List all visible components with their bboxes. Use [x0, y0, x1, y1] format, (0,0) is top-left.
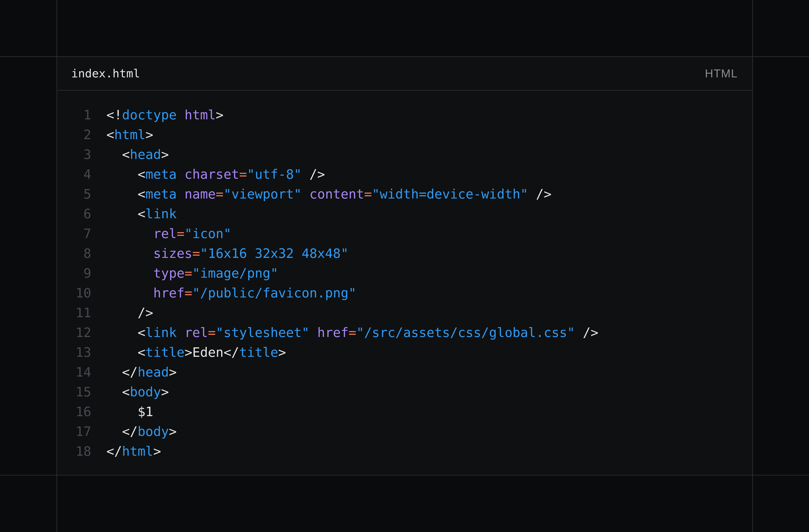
code-line: 6 <link: [57, 204, 752, 224]
line-number: 1: [57, 105, 91, 125]
code-token: [177, 325, 185, 340]
code-token: "width=device-width": [372, 186, 528, 202]
line-number: 17: [57, 422, 91, 442]
code-line: 14 </head>: [57, 362, 752, 382]
code-token: "/src/assets/css/global.css": [356, 325, 575, 340]
code-token: >: [278, 345, 286, 360]
line-number: 12: [57, 323, 91, 343]
code-token: head: [138, 364, 169, 380]
code-line: 16 $1: [57, 402, 752, 422]
code-text: <head>: [106, 145, 169, 165]
line-number: 9: [57, 263, 91, 283]
code-token: =: [216, 186, 224, 202]
code-text: <html>: [106, 125, 153, 145]
code-line: 10 href="/public/favicon.png": [57, 283, 752, 303]
code-token: </: [106, 424, 138, 439]
code-text: <meta name="viewport" content="width=dev…: [106, 184, 552, 204]
code-token: charset: [185, 167, 239, 182]
code-line: 5 <meta name="viewport" content="width=d…: [57, 184, 752, 204]
file-name: index.html: [71, 67, 140, 80]
code-token: body: [138, 424, 169, 439]
code-text: sizes="16x16 32x32 48x48": [106, 244, 348, 263]
code-token: "stylesheet": [216, 325, 309, 340]
line-number: 14: [57, 362, 91, 382]
code-token: <: [106, 127, 114, 142]
code-token: $1: [106, 404, 153, 419]
code-token: name: [185, 186, 216, 202]
code-line: 7 rel="icon": [57, 224, 752, 244]
code-line: 1<!doctype html>: [57, 105, 752, 125]
code-token: [302, 186, 310, 202]
code-line: 18</html>: [57, 442, 752, 461]
code-token: >: [216, 107, 224, 122]
code-token: >: [169, 424, 177, 439]
code-line: 2<html>: [57, 125, 752, 145]
code-token: [177, 186, 185, 202]
code-token: =: [348, 325, 356, 340]
code-line: 11 />: [57, 303, 752, 323]
code-token: content: [310, 186, 364, 202]
code-line: 8 sizes="16x16 32x32 48x48": [57, 244, 752, 263]
code-token: rel: [153, 226, 177, 241]
line-number: 4: [57, 165, 91, 184]
code-token: title: [239, 345, 278, 360]
code-token: "16x16 32x32 48x48": [200, 246, 348, 261]
code-token: >: [145, 127, 153, 142]
code-line: 9 type="image/png": [57, 263, 752, 283]
line-number: 16: [57, 402, 91, 422]
code-token: href: [317, 325, 348, 340]
code-token: doctype: [122, 107, 177, 122]
line-number: 2: [57, 125, 91, 145]
code-card: index.html HTML 1<!doctype html>2<html>3…: [57, 57, 752, 475]
code-token: />: [528, 186, 552, 202]
code-token: <!: [106, 107, 122, 122]
code-token: "utf-8": [247, 167, 302, 182]
code-token: body: [130, 384, 161, 399]
line-number: 18: [57, 442, 91, 461]
code-text: <link: [106, 204, 177, 224]
code-token: >: [169, 364, 177, 380]
line-number: 15: [57, 382, 91, 402]
code-token: <: [106, 384, 130, 399]
code-token: [106, 265, 153, 281]
code-line: 3 <head>: [57, 145, 752, 165]
line-number: 11: [57, 303, 91, 323]
code-token: Eden: [192, 345, 224, 360]
code-token: html: [122, 444, 153, 459]
code-token: "icon": [185, 226, 231, 241]
code-line: 13 <title>Eden</title>: [57, 343, 752, 362]
code-token: =: [185, 285, 192, 301]
line-number: 10: [57, 283, 91, 303]
code-token: />: [106, 305, 153, 320]
code-text: href="/public/favicon.png": [106, 283, 356, 303]
code-token: >: [153, 444, 161, 459]
code-token: html: [114, 127, 145, 142]
code-token: head: [130, 147, 161, 162]
code-text: <link rel="stylesheet" href="/src/assets…: [106, 323, 598, 343]
code-token: [177, 167, 185, 182]
code-token: </: [106, 444, 122, 459]
grid-vertical-line-right: [752, 0, 753, 532]
line-number: 6: [57, 204, 91, 224]
code-editor[interactable]: 1<!doctype html>2<html>3 <head>4 <meta c…: [57, 90, 752, 461]
code-token: >: [185, 345, 192, 360]
code-token: html: [177, 107, 216, 122]
code-line: 17 </body>: [57, 422, 752, 442]
code-token: [106, 246, 153, 261]
code-token: "image/png": [192, 265, 278, 281]
code-text: $1: [106, 402, 153, 422]
code-line: 4 <meta charset="utf-8" />: [57, 165, 752, 184]
code-text: <title>Eden</title>: [106, 343, 286, 362]
code-token: <: [106, 206, 145, 221]
code-token: <: [106, 147, 130, 162]
code-token: sizes: [153, 246, 192, 261]
page-background: index.html HTML 1<!doctype html>2<html>3…: [0, 0, 809, 532]
code-token: [310, 325, 317, 340]
code-token: link: [145, 206, 177, 221]
language-badge: HTML: [705, 67, 738, 80]
code-text: </body>: [106, 422, 177, 442]
code-line: 12 <link rel="stylesheet" href="/src/ass…: [57, 323, 752, 343]
code-token: />: [575, 325, 598, 340]
code-text: type="image/png": [106, 263, 278, 283]
code-text: rel="icon": [106, 224, 231, 244]
